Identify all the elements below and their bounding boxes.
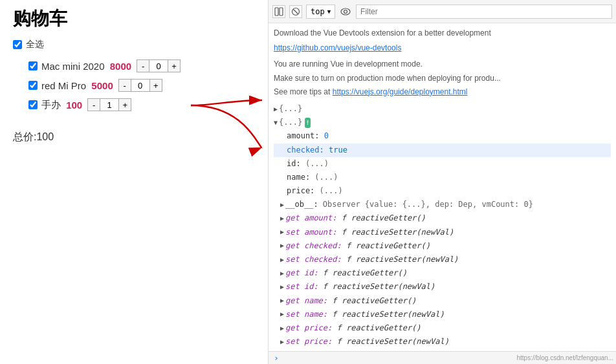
tree-row-checked: checked: true xyxy=(274,144,611,157)
qty-increase-2[interactable]: + xyxy=(149,79,162,92)
qty-increase-1[interactable]: + xyxy=(168,59,181,72)
tree-row-ob: ▶ __ob__: Observer {value: {...}, dep: D… xyxy=(274,198,611,211)
tree-row-collapsed: ▶ {...} xyxy=(274,102,611,116)
svg-rect-2 xyxy=(275,8,278,16)
select-all-row: 全选 xyxy=(13,39,255,50)
dev-mode-line3: See more tips at https://vuejs.org/guide… xyxy=(274,86,611,98)
tree-row-set-id: ▶ set id: f reactiveSetter(newVal) xyxy=(274,280,611,294)
top-dropdown[interactable]: top ▼ xyxy=(306,5,335,19)
get-name-arrow[interactable]: ▶ xyxy=(280,295,284,306)
get-name-func: f reactiveGetter() xyxy=(332,295,416,307)
set-id-text: set id: xyxy=(285,281,323,293)
stop-icon[interactable] xyxy=(289,5,302,18)
id-value: (...) xyxy=(305,158,329,170)
bottom-arrow-icon[interactable]: › xyxy=(274,353,279,363)
get-price-text: get price: xyxy=(285,322,336,334)
cart-items-list: Mac mini 2020 8000 - + red Mi Pro 5000 -… xyxy=(13,59,255,111)
tree-row-set-name: ▶ set name: f reactiveSetter(newVal) xyxy=(274,308,611,321)
set-price-func: f reactiveSetter(newVal) xyxy=(337,336,449,348)
left-panel: 购物车 全选 Mac mini 2020 8000 - + red Mi Pro… xyxy=(0,0,269,364)
tree-row-name: name: (...) xyxy=(274,171,611,184)
get-id-text: get id: xyxy=(285,267,323,279)
list-item: 手办 100 - + xyxy=(28,98,255,111)
get-price-func: f reactiveGetter() xyxy=(337,322,421,334)
dev-mode-line2: Make sure to turn on production mode whe… xyxy=(274,72,611,85)
devtools-link[interactable]: https://github.com/vuejs/vue-devtools xyxy=(274,43,401,52)
total-label: 总价: xyxy=(13,131,36,142)
get-amount-arrow[interactable]: ▶ xyxy=(280,213,284,224)
qty-increase-3[interactable]: + xyxy=(118,98,131,111)
item-name-3: 手办 xyxy=(41,99,61,111)
right-panel: top ▼ Download the Vue Devtools extensio… xyxy=(269,0,616,364)
qty-input-3[interactable] xyxy=(100,98,118,111)
set-checked-text: set checked: xyxy=(285,253,346,266)
ob-value: Observer {value: {...}, dep: Dep, vmCoun… xyxy=(323,198,533,211)
collapsed-obj-1: {...} xyxy=(279,103,302,115)
item-name-2: red Mi Pro xyxy=(41,80,86,91)
amount-key: amount: xyxy=(287,130,324,142)
qty-decrease-2[interactable]: - xyxy=(118,79,131,92)
list-item: Mac mini 2020 8000 - + xyxy=(28,59,255,72)
set-id-arrow[interactable]: ▶ xyxy=(280,282,284,292)
tree-row-get-amount: ▶ get amount: f reactiveGetter() xyxy=(274,211,611,225)
vue-badge: f xyxy=(305,118,311,128)
set-amount-text: set amount: xyxy=(285,226,342,239)
get-name-text: get name: xyxy=(285,295,332,307)
get-price-arrow[interactable]: ▶ xyxy=(280,323,284,334)
total-price: 总价:100 xyxy=(13,131,255,144)
ob-arrow[interactable]: ▶ xyxy=(280,200,284,210)
select-all-checkbox[interactable] xyxy=(13,40,22,49)
tree-row-set-checked: ▶ set checked: f reactiveSetter(newVal) xyxy=(274,253,611,266)
set-checked-arrow[interactable]: ▶ xyxy=(280,255,284,265)
item-checkbox-2[interactable] xyxy=(28,81,38,90)
tree-row-set-price: ▶ set price: f reactiveSetter(newVal) xyxy=(274,335,611,348)
watermark: https://blog.csdn.net/lzfengquan... xyxy=(516,354,613,361)
expanded-obj-label: {...} xyxy=(279,116,302,129)
get-checked-text: get checked: xyxy=(285,240,346,252)
filter-input[interactable] xyxy=(356,5,612,19)
set-id-func: f reactiveSetter(newVal) xyxy=(323,281,435,293)
item-checkbox-3[interactable] xyxy=(28,100,38,109)
tree-row-expanded: ▼ {...} f xyxy=(274,116,611,129)
collapse-arrow-1[interactable]: ▶ xyxy=(274,104,278,114)
item-name-1: Mac mini 2020 xyxy=(41,61,105,72)
set-price-text: set price: xyxy=(285,336,336,348)
tree-row-id: id: (...) xyxy=(274,157,611,171)
item-price-1: 8000 xyxy=(110,61,131,72)
set-name-func: f reactiveSetter(newVal) xyxy=(332,308,444,321)
see-tips-text: See more tips at xyxy=(274,87,330,96)
price-key: price: xyxy=(287,185,320,197)
get-id-arrow[interactable]: ▶ xyxy=(280,268,284,279)
get-amount-text: get amount: xyxy=(285,212,342,224)
expand-arrow-2[interactable]: ▼ xyxy=(274,118,278,128)
dev-mode-line1: You are running Vue in development mode. xyxy=(274,58,611,70)
get-amount-func: f reactiveGetter() xyxy=(342,212,426,224)
svg-line-5 xyxy=(294,9,298,14)
checked-key: checked: xyxy=(287,144,329,156)
tree-row-amount: amount: 0 xyxy=(274,129,611,143)
get-checked-arrow[interactable]: ▶ xyxy=(280,241,284,251)
info-line-1: Download the Vue Devtools extension for … xyxy=(274,27,611,39)
qty-decrease-1[interactable]: - xyxy=(137,59,149,72)
tree-row-price: price: (...) xyxy=(274,184,611,198)
set-price-arrow[interactable]: ▶ xyxy=(280,337,284,347)
deployment-link[interactable]: https://vuejs.org/guide/deployment.html xyxy=(333,87,468,96)
item-price-3: 100 xyxy=(66,100,82,111)
qty-decrease-3[interactable]: - xyxy=(87,98,100,111)
set-name-text: set name: xyxy=(285,308,332,321)
item-checkbox-1[interactable] xyxy=(28,61,38,70)
qty-input-2[interactable] xyxy=(131,79,149,92)
qty-input-1[interactable] xyxy=(149,59,168,72)
set-name-arrow[interactable]: ▶ xyxy=(280,309,284,319)
svg-rect-3 xyxy=(280,8,283,16)
set-amount-func: f reactiveSetter(newVal) xyxy=(342,226,454,239)
get-checked-func: f reactiveGetter() xyxy=(346,240,430,252)
list-item: red Mi Pro 5000 - + xyxy=(28,79,255,92)
id-key: id: xyxy=(287,158,305,170)
chevron-down-icon: ▼ xyxy=(327,8,331,15)
set-amount-arrow[interactable]: ▶ xyxy=(280,227,284,237)
panel-icon[interactable] xyxy=(272,5,285,18)
name-value: (...) xyxy=(314,171,338,184)
eye-icon[interactable] xyxy=(339,5,352,18)
tree-row-set-amount: ▶ set amount: f reactiveSetter(newVal) xyxy=(274,226,611,239)
